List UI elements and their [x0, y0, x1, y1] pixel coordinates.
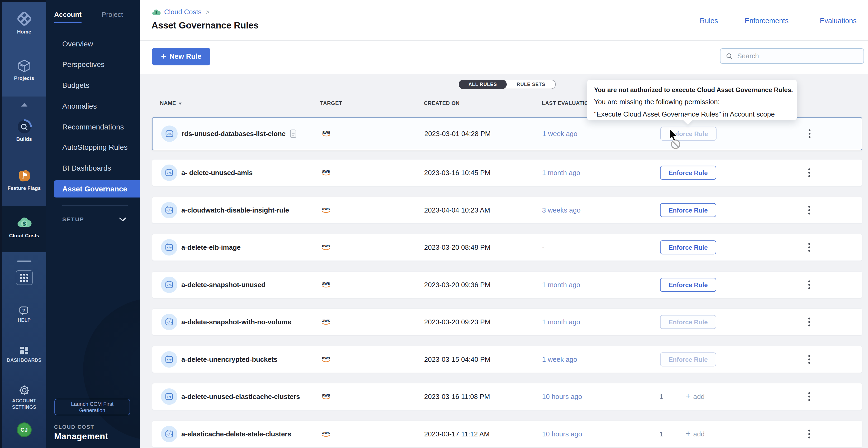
- last-evaluation-value[interactable]: -: [542, 243, 545, 251]
- svg-text:aws: aws: [322, 169, 330, 174]
- help-chat-icon: ?: [2, 305, 46, 316]
- page-title: Asset Governance Rules: [152, 20, 259, 31]
- table-row[interactable]: </> rds-unused-databases-list-clone aws: [152, 117, 862, 150]
- brand-cloud-cost: CLOUD COST: [54, 424, 108, 430]
- toggle-rule-sets[interactable]: RULE SETS: [507, 80, 555, 89]
- nav-rules[interactable]: Rules: [700, 17, 718, 25]
- svg-text:$: $: [155, 10, 157, 14]
- add-enforcement-link[interactable]: +add: [686, 392, 705, 401]
- last-evaluation-value[interactable]: 1 month ago: [542, 281, 580, 289]
- row-menu-button[interactable]: [805, 279, 813, 290]
- search-input[interactable]: [737, 52, 858, 60]
- user-avatar[interactable]: CJ: [2, 422, 46, 437]
- table-row[interactable]: </> a- delete-unused-amis aws: [152, 159, 862, 186]
- module-rail: Home Projects Builds: [0, 0, 46, 448]
- rail-item-dashboards[interactable]: DASHBOARDS: [2, 345, 46, 363]
- rail-item-feature-flags[interactable]: Feature Flags: [2, 168, 46, 191]
- column-name[interactable]: NAME: [160, 100, 182, 106]
- rail-item-help[interactable]: ? HELP: [2, 305, 46, 323]
- rule-name: a- delete-unused-amis: [181, 169, 253, 177]
- rail-chevron-up[interactable]: [2, 102, 46, 107]
- toolbar: + New Rule: [140, 41, 868, 74]
- rail-item-account-settings[interactable]: ACCOUNTSETTINGS: [2, 384, 46, 410]
- rules-toggle: ALL RULES RULE SETS: [459, 80, 556, 89]
- enforce-rule-button[interactable]: Enforce Rule: [660, 240, 716, 254]
- feature-flags-icon: [2, 168, 46, 183]
- row-menu-button[interactable]: [806, 129, 813, 139]
- table-row[interactable]: </> a-delete-snapshot-unused aws: [152, 271, 862, 298]
- row-menu-button[interactable]: [805, 317, 813, 328]
- copy-icon[interactable]: [290, 129, 297, 138]
- rule-type-icon: </>: [161, 277, 177, 293]
- brand-management: Management: [54, 432, 108, 441]
- mouse-cursor: [669, 129, 690, 158]
- last-evaluation-value[interactable]: 3 weeks ago: [542, 206, 581, 214]
- rule-name: a-delete-unused-elasticache-clusters: [181, 392, 300, 401]
- enforce-rule-button[interactable]: Enforce Rule: [660, 278, 716, 292]
- aws-logo: aws: [320, 317, 332, 326]
- table-row[interactable]: </> a-delete-snapshot-with-no-volume aws: [152, 309, 862, 335]
- breadcrumb[interactable]: $ Cloud Costs >: [152, 8, 210, 16]
- row-menu-button[interactable]: [805, 391, 813, 402]
- last-evaluation-value[interactable]: 10 hours ago: [542, 430, 582, 438]
- new-rule-button[interactable]: + New Rule: [152, 48, 210, 65]
- last-evaluation-value[interactable]: 1 month ago: [542, 169, 580, 177]
- row-menu-button[interactable]: [805, 354, 813, 365]
- rail-item-projects[interactable]: Projects: [2, 59, 46, 81]
- last-evaluation-value[interactable]: 1 month ago: [542, 318, 580, 326]
- tab-account[interactable]: Account: [54, 10, 82, 23]
- tooltip-line-3: "Execute Cloud Asset Governance Rules" i…: [594, 110, 797, 118]
- rail-item-cloud-costs[interactable]: $ Cloud Costs: [2, 215, 46, 239]
- sidebar-item-bi-dashboards[interactable]: BI Dashboards: [62, 164, 111, 172]
- row-menu-button[interactable]: [805, 429, 813, 440]
- enforce-rule-button[interactable]: Enforce Rule: [660, 352, 716, 367]
- table-row[interactable]: </> a-cloudwatch-disable-insight-rule aw…: [152, 197, 862, 223]
- sidebar-item-recommendations[interactable]: Recommendations: [62, 123, 124, 131]
- enforce-rule-button[interactable]: Enforce Rule: [660, 203, 716, 217]
- breadcrumb-cloud-costs[interactable]: Cloud Costs: [164, 8, 202, 16]
- rule-name: a-cloudwatch-disable-insight-rule: [181, 206, 289, 214]
- tab-project[interactable]: Project: [102, 10, 123, 23]
- created-on-value: 2023-03-16 10:45 PM: [424, 169, 491, 177]
- rail-item-builds[interactable]: Builds: [2, 119, 46, 142]
- enforce-rule-button[interactable]: Enforce Rule: [660, 166, 716, 180]
- table-row[interactable]: </> a-delete-unencrypted-buckets aws: [152, 346, 862, 373]
- rail-label-feature-flags: Feature Flags: [2, 185, 46, 191]
- aws-logo: aws: [320, 243, 332, 252]
- table-row[interactable]: </> a-elasticache-delete-stale-clusters …: [152, 421, 862, 447]
- rule-type-icon: </>: [161, 202, 177, 218]
- row-menu-button[interactable]: [805, 242, 813, 253]
- rail-item-home[interactable]: Home: [2, 10, 46, 35]
- row-menu-button[interactable]: [805, 205, 813, 216]
- sidebar-item-autostopping-rules[interactable]: AutoStopping Rules: [62, 143, 128, 151]
- aws-logo: aws: [320, 355, 332, 364]
- nav-enforcements[interactable]: Enforcements: [745, 17, 789, 25]
- rule-type-icon: </>: [161, 388, 177, 405]
- rail-label-builds: Builds: [2, 136, 46, 142]
- last-evaluation-value[interactable]: 1 week ago: [542, 130, 578, 138]
- toggle-all-rules[interactable]: ALL RULES: [459, 80, 507, 89]
- sidebar-item-anomalies[interactable]: Anomalies: [62, 102, 97, 110]
- row-menu-button[interactable]: [805, 167, 813, 178]
- search-icon: [726, 52, 733, 60]
- enforce-rule-button[interactable]: Enforce Rule: [660, 315, 716, 329]
- sidebar-item-budgets[interactable]: Budgets: [62, 81, 90, 90]
- launch-ccm-first-gen-button[interactable]: Launch CCM FirstGeneration: [54, 399, 130, 415]
- chevron-down-icon: [119, 217, 127, 222]
- sidebar-item-overview[interactable]: Overview: [62, 40, 93, 48]
- svg-text:aws: aws: [322, 206, 330, 211]
- sidebar-watermark: [83, 298, 140, 440]
- setup-section[interactable]: SETUP: [62, 216, 127, 222]
- last-evaluation-value[interactable]: 10 hours ago: [542, 392, 582, 401]
- page-header: $ Cloud Costs > Asset Governance Rules R…: [140, 0, 868, 41]
- table-row[interactable]: </> a-delete-unused-elasticache-clusters…: [152, 383, 862, 410]
- table-row[interactable]: </> a-delete-elb-image aws: [152, 234, 862, 261]
- sidebar-item-perspectives[interactable]: Perspectives: [62, 60, 104, 69]
- module-switcher[interactable]: [2, 270, 46, 285]
- sidebar-item-asset-governance[interactable]: Asset Governance: [54, 180, 140, 198]
- last-evaluation-value[interactable]: 1 week ago: [542, 355, 577, 364]
- rail-label-cloud-costs: Cloud Costs: [2, 233, 46, 239]
- nav-evaluations[interactable]: Evaluations: [820, 17, 857, 25]
- add-enforcement-link[interactable]: +add: [686, 429, 705, 439]
- created-on-value: 2023-03-20 08:48 PM: [424, 243, 491, 251]
